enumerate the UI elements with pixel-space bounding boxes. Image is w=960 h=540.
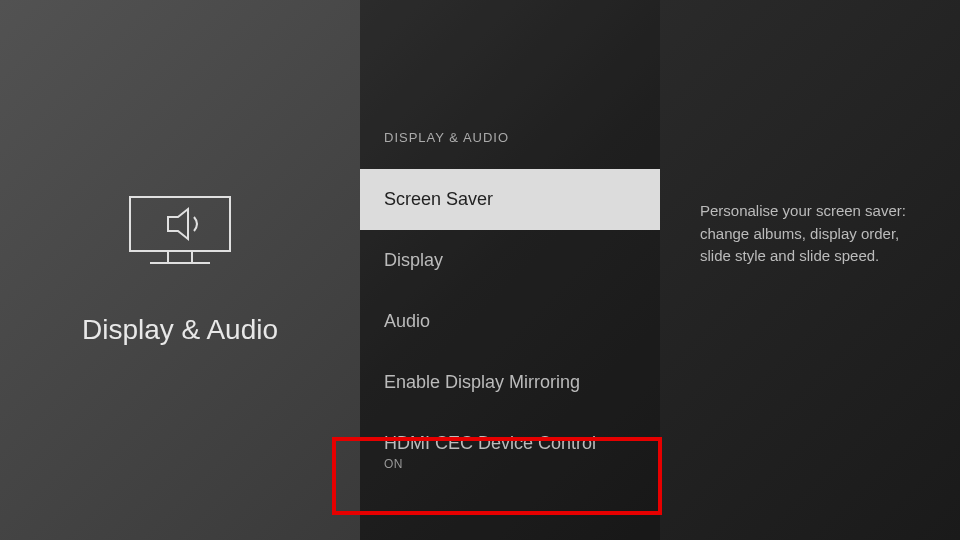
left-category-panel: Display & Audio xyxy=(0,0,360,540)
description-panel: Personalise your screen saver: change al… xyxy=(660,0,960,540)
menu-item-label: Audio xyxy=(384,311,636,332)
menu-item-hdmi-cec-device-control[interactable]: HDMI CEC Device Control ON xyxy=(360,413,660,491)
menu-item-audio[interactable]: Audio xyxy=(360,291,660,352)
svg-rect-0 xyxy=(130,197,230,251)
menu-item-label: HDMI CEC Device Control xyxy=(384,433,636,454)
menu-item-label: Screen Saver xyxy=(384,189,636,210)
display-audio-icon xyxy=(128,195,233,274)
menu-item-display[interactable]: Display xyxy=(360,230,660,291)
settings-menu-panel: DISPLAY & AUDIO Screen Saver Display Aud… xyxy=(360,0,660,540)
menu-item-label: Display xyxy=(384,250,636,271)
menu-item-sublabel: ON xyxy=(384,457,636,471)
item-description: Personalise your screen saver: change al… xyxy=(700,200,920,268)
menu-item-enable-display-mirroring[interactable]: Enable Display Mirroring xyxy=(360,352,660,413)
category-title: Display & Audio xyxy=(82,314,278,346)
breadcrumb: DISPLAY & AUDIO xyxy=(360,130,660,169)
menu-item-screen-saver[interactable]: Screen Saver xyxy=(360,169,660,230)
menu-item-label: Enable Display Mirroring xyxy=(384,372,636,393)
